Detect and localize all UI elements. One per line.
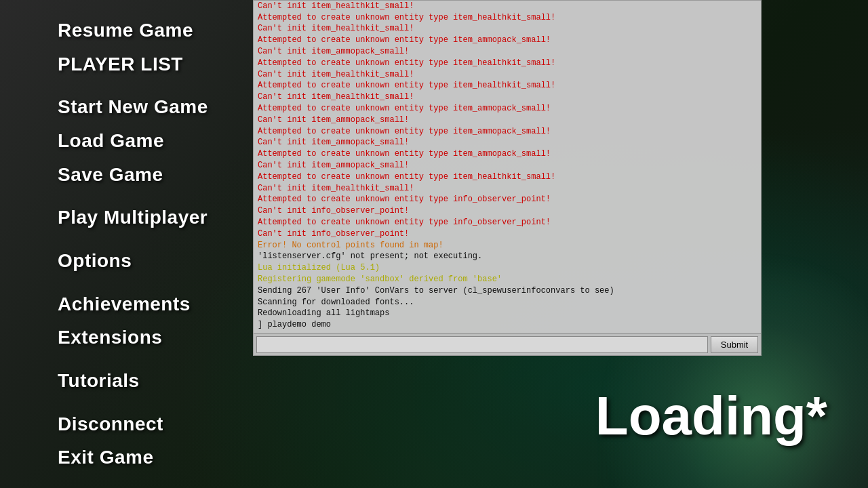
console-log-line: Attempted to create unknown entity type … [258, 217, 757, 228]
menu-item-achievements[interactable]: Achievements [58, 287, 251, 321]
menu-spacer-6 [58, 398, 251, 407]
console-log-line: 'listenserver.cfg' not present; not exec… [258, 251, 757, 262]
console-log-line: Lua initialized (Lua 5.1) [258, 262, 757, 274]
menu-item-tutorials[interactable]: Tutorials [58, 364, 251, 398]
loading-text: Loading* [595, 385, 827, 447]
menu-item-player-list[interactable]: PLAYER LIST [58, 47, 251, 81]
console-window: Can't init item_ammopack_mediumAttempted… [253, 0, 762, 356]
console-log-line: Can't init item_ammopack_small! [258, 115, 757, 126]
menu-item-load-game[interactable]: Load Game [58, 124, 251, 158]
menu-item-play-multiplayer[interactable]: Play Multiplayer [58, 201, 251, 235]
console-log-line: Attempted to create unknown entity type … [258, 80, 757, 92]
menu-item-disconnect[interactable]: Disconnect [58, 407, 251, 441]
console-log-line: Registering gamemode 'sandbox' derived f… [258, 274, 757, 285]
console-log-line: Can't init info_observer_point! [258, 205, 757, 217]
menu-spacer-2 [58, 191, 251, 201]
console-log-line: Can't init item_healthkit_small! [258, 92, 757, 103]
menu-spacer-1 [58, 81, 251, 90]
menu-item-options[interactable]: Options [58, 244, 251, 278]
console-log-line: Can't init item_ammopack_small! [258, 137, 757, 148]
console-submit-button[interactable]: Submit [711, 336, 758, 353]
menu-spacer-4 [58, 278, 251, 287]
console-log-line: Attempted to create unknown entity type … [258, 194, 757, 205]
console-log-line: Attempted to create unknown entity type … [258, 148, 757, 160]
console-log-line: Attempted to create unknown entity type … [258, 12, 757, 24]
console-log-line: Attempted to create unknown entity type … [258, 126, 757, 138]
menu-item-save-game[interactable]: Save Game [58, 158, 251, 192]
console-log-line: ] playdemo demo [258, 319, 757, 331]
console-log-line: Redownloading all lightmaps [258, 308, 757, 319]
console-log-line: Attempted to create unknown entity type … [258, 58, 757, 69]
console-input[interactable] [256, 336, 708, 353]
menu-spacer-5 [58, 354, 251, 364]
menu-item-extensions[interactable]: Extensions [58, 321, 251, 354]
menu-item-resume-game[interactable]: Resume Game [58, 14, 251, 47]
console-log-line: Can't init item_healthkit_small! [258, 23, 757, 35]
console-log-line: Can't init item_healthkit_small! [258, 1, 757, 12]
console-log-line: Error! No control points found in map! [258, 240, 757, 251]
console-log-line: Attempted to create unknown entity type … [258, 35, 757, 46]
main-menu: Resume Game PLAYER LIST Start New Game L… [0, 0, 251, 488]
console-log-line: Attempted to create unknown entity type … [258, 171, 757, 183]
menu-item-start-new-game[interactable]: Start New Game [58, 90, 251, 124]
console-log-line: Can't init item_ammopack_small! [258, 160, 757, 171]
console-log-line: Can't init info_observer_point! [258, 228, 757, 240]
menu-spacer-3 [58, 235, 251, 244]
console-log-line: Attempted to create unknown entity type … [258, 103, 757, 115]
console-log-line: Can't init item_healthkit_small! [258, 69, 757, 81]
console-input-row: Submit [254, 333, 761, 355]
menu-item-exit-game[interactable]: Exit Game [58, 441, 251, 474]
console-log-line: Can't init item_healthkit_small! [258, 183, 757, 195]
console-log-line: Sending 267 'User Info' ConVars to serve… [258, 285, 757, 297]
console-output[interactable]: Can't init item_ammopack_mediumAttempted… [254, 1, 761, 333]
console-log-line: Scanning for downloaded fonts... [258, 297, 757, 308]
console-log-line: Can't init item_ammopack_small! [258, 46, 757, 58]
